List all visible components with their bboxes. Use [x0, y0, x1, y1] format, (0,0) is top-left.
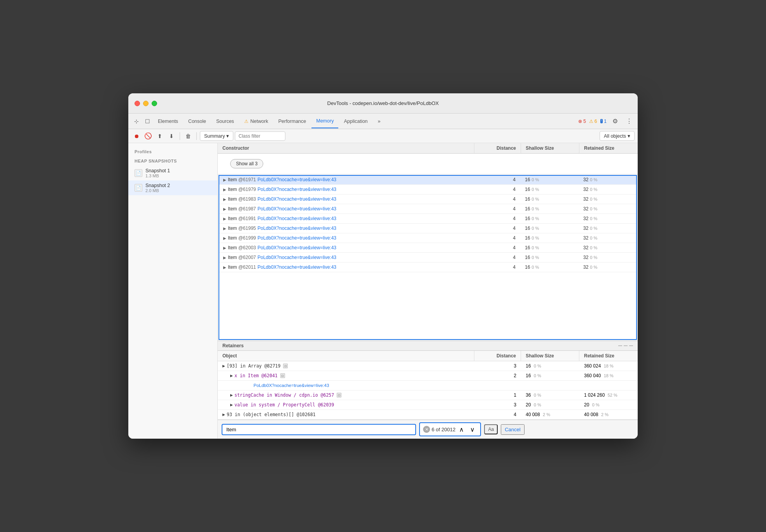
table-row[interactable]: ▶ Item @62003 PoLdb0X?nocache=true&view=…: [219, 243, 637, 253]
item-link[interactable]: PoLdb0X?nocache=true&view=live:43: [257, 255, 336, 260]
sidebar-item-snapshot1[interactable]: 📄 Snapshot 1 1.3 MB: [128, 166, 217, 180]
error-icon: ⊗: [578, 119, 582, 124]
table-row[interactable]: ▶ Item @62007 PoLdb0X?nocache=true&view=…: [219, 253, 637, 262]
settings-icon[interactable]: ⚙: [610, 116, 621, 127]
shallow-num: 16: [525, 245, 530, 250]
expand-icon[interactable]: ▶: [223, 197, 226, 201]
clear-button[interactable]: 🚫: [143, 131, 153, 141]
search-prev-button[interactable]: ∧: [457, 425, 466, 434]
inspect-icon[interactable]: ☐: [142, 116, 152, 126]
tab-more[interactable]: »: [373, 114, 385, 128]
retainer-retained-pct: 18 %: [604, 364, 614, 368]
show-all-button[interactable]: Show all 3: [230, 159, 263, 168]
match-case-button[interactable]: Aa: [484, 424, 498, 434]
tab-application[interactable]: Application: [339, 114, 372, 128]
expand-triangle-icon[interactable]: ▶: [222, 413, 225, 416]
retained-num: 32: [583, 187, 588, 192]
tab-sources[interactable]: Sources: [212, 114, 239, 128]
maximize-button[interactable]: [152, 101, 157, 106]
close-button[interactable]: [135, 101, 140, 106]
retainer-row[interactable]: ▶stringCache in Window / cdpn.io @6257□ …: [218, 390, 638, 400]
table-row[interactable]: ▶ Item @62011 PoLdb0X?nocache=true&view=…: [219, 262, 637, 272]
expand-icon[interactable]: ▶: [223, 226, 226, 231]
retainers-header: Retainers: [218, 341, 638, 351]
item-link[interactable]: PoLdb0X?nocache=true&view=live:43: [257, 196, 336, 202]
shallow-pct: 0 %: [532, 216, 539, 221]
retainer-shallow-cell: 20 0 %: [521, 400, 579, 410]
item-link[interactable]: PoLdb0X?nocache=true&view=live:43: [257, 216, 336, 221]
retainer-row[interactable]: PoLdb0X?nocache=true&view=live:43: [218, 381, 638, 390]
item-link[interactable]: PoLdb0X?nocache=true&view=live:43: [257, 235, 336, 241]
retainer-row[interactable]: ▶[93] in Array @82719□ 3 16 0 % 360 024 …: [218, 361, 638, 371]
expand-triangle-icon[interactable]: ▶: [230, 403, 233, 407]
more-options-icon[interactable]: ⋮: [624, 116, 635, 127]
record-button[interactable]: ⏺: [131, 131, 142, 141]
expand-triangle-icon[interactable]: ▶: [230, 374, 233, 378]
retained-cell: 32 0 %: [579, 204, 637, 214]
toolbar-separator2: [196, 132, 197, 140]
expand-icon[interactable]: ▶: [223, 217, 226, 221]
sidebar: Profiles HEAP SNAPSHOTS 📄 Snapshot 1 1.3…: [128, 143, 218, 439]
item-link[interactable]: PoLdb0X?nocache=true&view=live:43: [257, 187, 336, 192]
tab-performance[interactable]: Performance: [274, 114, 311, 128]
expand-icon[interactable]: ▶: [223, 207, 226, 211]
delete-button[interactable]: 🗑: [183, 131, 193, 141]
summary-dropdown[interactable]: Summary ▾: [200, 131, 233, 141]
all-objects-dropdown[interactable]: All objects ▾: [600, 131, 635, 141]
info-badge[interactable]: ! 1: [600, 119, 607, 124]
search-next-button[interactable]: ∨: [468, 425, 477, 434]
table-row[interactable]: ▶ Item @61999 PoLdb0X?nocache=true&view=…: [219, 233, 637, 243]
retained-num: 32: [583, 245, 588, 250]
minimize-button[interactable]: [143, 101, 149, 106]
table-row[interactable]: ▶ Item @61979 PoLdb0X?nocache=true&view=…: [219, 185, 637, 194]
retainer-obj-cell: PoLdb0X?nocache=true&view=live:43: [218, 381, 474, 390]
item-link[interactable]: PoLdb0X?nocache=true&view=live:43: [257, 226, 336, 231]
shallow-num: 16: [525, 187, 530, 192]
retainer-shallow-cell: 16 0 %: [521, 371, 579, 380]
shallow-num: 16: [525, 255, 530, 260]
retainer-row[interactable]: ▶value in system / PropertyCell @62039 3…: [218, 400, 638, 410]
clear-search-button[interactable]: ✕: [423, 426, 430, 433]
item-name-cell: ▶ Item @61995 PoLdb0X?nocache=true&view=…: [219, 224, 474, 233]
retainer-link[interactable]: PoLdb0X?nocache=true&view=live:43: [222, 383, 329, 388]
expand-icon[interactable]: ▶: [223, 246, 226, 250]
warning-badge[interactable]: ⚠ 6: [589, 119, 597, 124]
table-row[interactable]: ▶ Item @61987 PoLdb0X?nocache=true&view=…: [219, 204, 637, 214]
expand-icon[interactable]: ▶: [223, 236, 226, 240]
error-badge[interactable]: ⊗ 5: [578, 119, 586, 124]
tab-console[interactable]: Console: [184, 114, 211, 128]
expand-icon[interactable]: ▶: [223, 187, 226, 192]
shallow-num: 16: [525, 177, 530, 182]
expand-triangle-icon[interactable]: ▶: [230, 393, 233, 397]
class-filter-input[interactable]: [235, 131, 285, 141]
distance-value: 4: [478, 187, 516, 192]
expand-icon[interactable]: ▶: [223, 256, 226, 260]
retainer-object-icon: □: [280, 373, 285, 378]
tab-elements[interactable]: Elements: [153, 114, 183, 128]
retainer-row[interactable]: ▶x in Item @62041□ 2 16 0 % 360 040 18 %: [218, 371, 638, 381]
shallow-pct: 0 %: [532, 255, 539, 260]
sidebar-item-snapshot2[interactable]: 📄 Snapshot 2 2.0 MB: [128, 180, 217, 195]
retainer-row[interactable]: ▶93 in (object elements)[] @102681 4 40 …: [218, 410, 638, 420]
cursor-icon[interactable]: ⊹: [131, 116, 142, 126]
table-row[interactable]: ▶ Item @61983 PoLdb0X?nocache=true&view=…: [219, 194, 637, 204]
tab-memory[interactable]: Memory: [311, 114, 338, 128]
upload-button[interactable]: ⬆: [155, 131, 165, 141]
item-name: Item @62003: [228, 245, 256, 250]
item-link[interactable]: PoLdb0X?nocache=true&view=live:43: [257, 177, 336, 182]
table-row[interactable]: ▶ Item @61991 PoLdb0X?nocache=true&view=…: [219, 214, 637, 224]
search-input[interactable]: [222, 424, 416, 435]
item-link[interactable]: PoLdb0X?nocache=true&view=live:43: [257, 245, 336, 250]
retainer-shallow-pct: 0 %: [534, 373, 541, 378]
expand-icon[interactable]: ▶: [223, 265, 226, 270]
item-link[interactable]: PoLdb0X?nocache=true&view=live:43: [257, 206, 336, 212]
item-link[interactable]: PoLdb0X?nocache=true&view=live:43: [257, 264, 336, 270]
tab-network[interactable]: ⚠ Network: [240, 114, 273, 128]
cancel-search-button[interactable]: Cancel: [501, 424, 524, 435]
expand-icon[interactable]: ▶: [223, 178, 226, 182]
item-name: Item @61971: [228, 177, 256, 182]
expand-triangle-icon[interactable]: ▶: [222, 364, 225, 368]
table-row[interactable]: ▶ Item @61971 PoLdb0X?nocache=true&view=…: [219, 175, 637, 185]
download-button[interactable]: ⬇: [166, 131, 177, 141]
table-row[interactable]: ▶ Item @61995 PoLdb0X?nocache=true&view=…: [219, 224, 637, 233]
